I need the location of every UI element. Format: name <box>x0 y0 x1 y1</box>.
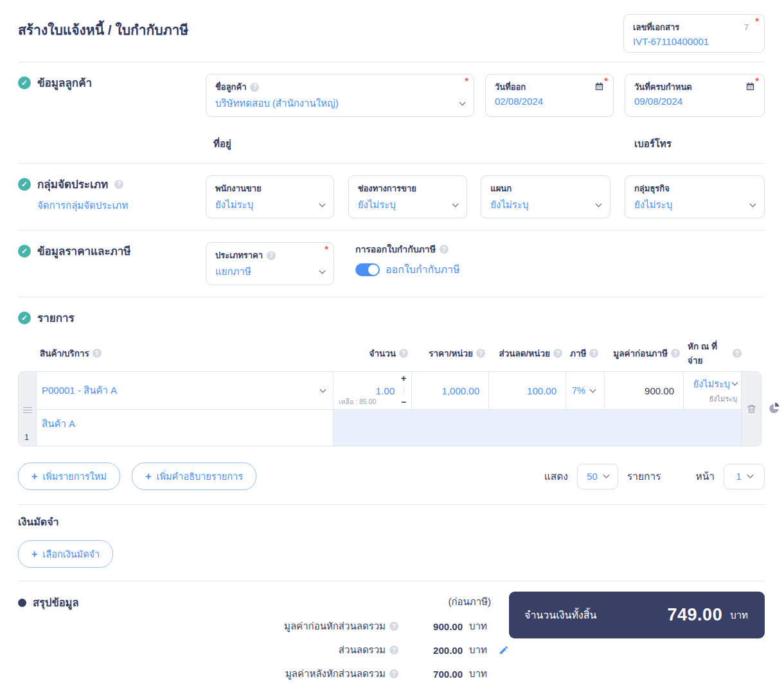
item-description-input[interactable]: สินค้า A <box>37 410 334 446</box>
row-analytics-button[interactable] <box>768 401 780 416</box>
plus-icon: + <box>31 471 37 482</box>
summary-row: มูลค่าก่อนหักส่วนลดรวม ? 900.00 บาท <box>102 619 509 634</box>
page-title: สร้างใบแจ้งหนี้ / ใบกำกับภาษี <box>18 14 188 40</box>
delete-row-button[interactable] <box>741 372 761 446</box>
required-asterisk: * <box>604 78 608 84</box>
help-icon[interactable]: ? <box>589 349 598 358</box>
stepper-divider <box>404 387 404 394</box>
item-row: 1 P00001 - สินค้า A 1.00 + <box>18 371 762 446</box>
sales-channel-select[interactable]: ช่องทางการขาย ยังไม่ระบุ <box>348 175 467 218</box>
chevron-down-icon <box>590 386 596 392</box>
document-number-value[interactable]: IVT-67110400001 <box>633 36 709 47</box>
chevron-down-icon <box>596 200 602 207</box>
withholding-sub-value: ยังไม่ระบุ <box>709 393 737 405</box>
due-date-field[interactable]: วันที่ครบกำหนด * 09/08/2024 <box>625 74 765 117</box>
price-type-label: ประเภทราคา <box>215 249 263 262</box>
tax-invoice-toggle-label: ออกใบกำกับภาษี <box>386 261 459 277</box>
select-deposit-button[interactable]: + เลือกเงินมัดจำ <box>18 540 113 568</box>
help-icon[interactable]: ? <box>553 349 562 358</box>
calendar-icon[interactable] <box>594 82 604 94</box>
help-icon[interactable]: ? <box>267 251 276 260</box>
summary-row-value: 200.00 <box>398 645 463 656</box>
add-item-button[interactable]: + เพิ่มรายการใหม่ <box>18 462 120 490</box>
help-icon[interactable]: ? <box>389 622 398 631</box>
customer-section: ✓ ข้อมูลลูกค้า ชื่อลูกค้า ? * บริษัททดสอ… <box>18 62 765 163</box>
customer-name-select[interactable]: ชื่อลูกค้า ? * บริษัททดสอบ (สำนักงานใหญ่… <box>206 74 474 117</box>
customer-section-heading: ข้อมูลลูกค้า <box>37 74 92 91</box>
summary-row-unit: บาท <box>463 666 491 682</box>
summary-row-unit: บาท <box>463 619 491 634</box>
pricing-section: ✓ ข้อมูลราคาและภาษี ประเภทราคา ? * แยกภา… <box>18 231 765 297</box>
business-group-value: ยังไม่ระบุ <box>634 197 672 213</box>
help-icon[interactable]: ? <box>250 83 259 92</box>
price-type-value: แยกภาษี <box>215 264 251 279</box>
invoice-create-page: สร้างใบแจ้งหนี้ / ใบกำกับภาษี เลขที่เอกส… <box>0 0 784 686</box>
unit-price-value[interactable]: 1,000.00 <box>442 385 479 396</box>
col-unit-price-label: ราคา/หน่วย <box>429 346 473 360</box>
issue-date-label: วันที่ออก <box>495 80 526 94</box>
help-icon[interactable]: ? <box>671 349 680 358</box>
tax-invoice-toggle[interactable] <box>355 263 380 276</box>
required-asterisk: * <box>325 246 328 252</box>
section-check-icon: ✓ <box>18 312 31 324</box>
business-group-select[interactable]: กลุ่มธุรกิจ ยังไม่ระบุ <box>625 175 765 218</box>
help-icon[interactable]: ? <box>389 669 398 678</box>
withholding-select[interactable]: ยังไม่ระบุ ยังไม่ระบุ <box>684 372 741 409</box>
department-value: ยังไม่ระบุ <box>490 197 528 213</box>
classification-section: ✓ กลุ่มจัดประเภท ? จัดการกลุ่มจัดประเภท … <box>18 164 765 230</box>
col-pre-tax-label: มูลค่าก่อนภาษี <box>613 346 668 360</box>
calendar-icon[interactable] <box>745 82 755 94</box>
help-icon[interactable]: ? <box>389 646 398 655</box>
issue-date-field[interactable]: วันที่ออก * 02/08/2024 <box>485 74 614 117</box>
chevron-down-icon <box>320 386 326 392</box>
row-number: 1 <box>24 433 29 442</box>
manage-classification-link[interactable]: จัดการกลุ่มจัดประเภท <box>37 198 128 213</box>
chevron-down-icon <box>750 200 756 207</box>
pagination-show-label: แสดง <box>544 468 568 484</box>
col-product-label: สินค้า/บริการ <box>40 346 89 360</box>
discount-cell[interactable]: 100.00 <box>489 372 566 409</box>
salesperson-select[interactable]: พนักงานขาย ยังไม่ระบุ <box>206 175 334 218</box>
unit-price-cell[interactable]: 1,000.00 <box>412 372 489 409</box>
required-asterisk: * <box>755 18 759 24</box>
help-icon[interactable]: ? <box>93 349 102 358</box>
issue-date-value: 02/08/2024 <box>495 96 543 107</box>
chevron-down-icon <box>459 99 466 105</box>
add-description-label: เพิ่มคำอธิบายรายการ <box>157 469 243 484</box>
pagination-page-label: หน้า <box>695 468 715 484</box>
help-icon[interactable]: ? <box>733 349 742 358</box>
help-icon[interactable]: ? <box>114 180 123 189</box>
quantity-decrease-button[interactable]: − <box>401 398 406 407</box>
section-check-icon: ✓ <box>18 76 31 89</box>
col-quantity-label: จำนวน <box>369 346 396 360</box>
items-section-heading: รายการ <box>37 309 75 326</box>
product-select[interactable]: P00001 - สินค้า A <box>37 372 334 409</box>
row-drag-handle[interactable]: 1 <box>19 372 37 446</box>
chevron-down-icon <box>732 380 738 386</box>
phone-label: เบอร์โทร <box>625 136 672 152</box>
tax-select[interactable]: 7% <box>566 372 605 409</box>
pre-tax-note: (ก่อนภาษี) <box>102 592 509 610</box>
chevron-down-icon <box>319 200 326 207</box>
chevron-down-icon <box>452 200 458 207</box>
document-number-counter: 7 <box>744 22 749 32</box>
help-icon[interactable]: ? <box>476 349 485 358</box>
document-number-field[interactable]: เลขที่เอกสาร 7 * IVT-67110400001 <box>623 14 765 53</box>
quantity-value[interactable]: 1.00 <box>376 385 395 396</box>
page-size-select[interactable]: 50 <box>577 464 618 489</box>
add-description-button[interactable]: + เพิ่มคำอธิบายรายการ <box>132 462 256 490</box>
quantity-increase-button[interactable]: + <box>401 374 406 383</box>
help-icon[interactable]: ? <box>399 349 408 358</box>
page-number-select[interactable]: 1 <box>724 464 765 489</box>
edit-discount-button[interactable] <box>491 645 509 655</box>
summary-section: สรุปข้อมูล (ก่อนภาษี) มูลค่าก่อนหักส่วนล… <box>18 581 765 686</box>
discount-value[interactable]: 100.00 <box>527 385 557 396</box>
price-type-select[interactable]: ประเภทราคา ? * แยกภาษี <box>206 242 334 285</box>
department-select[interactable]: แผนก ยังไม่ระบุ <box>481 175 610 218</box>
quantity-stepper[interactable]: 1.00 + − เหลือ : 85.00 <box>334 372 412 409</box>
page-number-value: 1 <box>736 471 741 482</box>
help-icon[interactable]: ? <box>440 245 449 254</box>
summary-row-unit: บาท <box>463 642 491 658</box>
description-row-fill <box>334 410 741 446</box>
summary-bullet-icon <box>18 599 26 607</box>
